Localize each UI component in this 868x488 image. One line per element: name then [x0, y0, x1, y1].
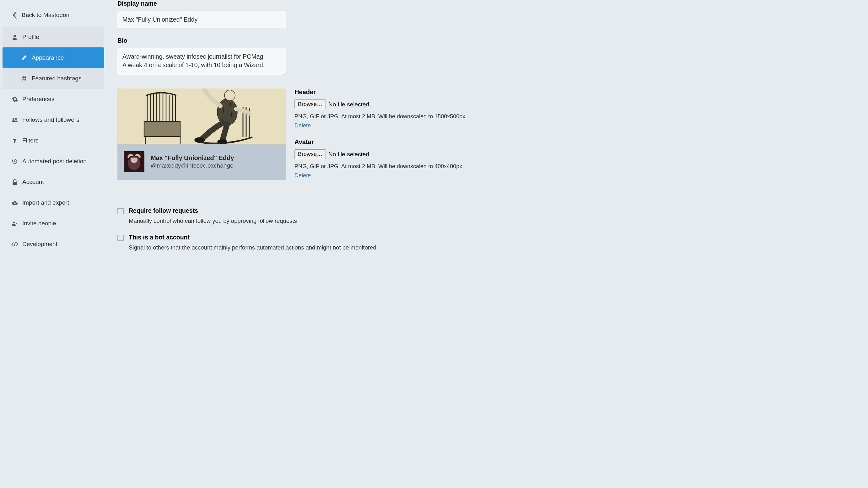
nav-development-label: Development — [22, 241, 57, 248]
preview-handle: @maxeddy@infosec.exchange — [151, 162, 234, 169]
header-image-preview — [117, 89, 286, 144]
bio-label: Bio — [117, 37, 857, 44]
bot-account-checkbox[interactable] — [117, 235, 124, 241]
nav-profile-label: Profile — [22, 34, 39, 40]
nav-preferences[interactable]: Preferences — [0, 89, 107, 109]
pencil-icon — [20, 55, 29, 61]
chevron-left-icon — [10, 11, 19, 19]
user-plus-icon — [10, 221, 19, 226]
nav-invite[interactable]: Invite people — [0, 213, 107, 234]
nav-profile-group: Profile Appearance Featured hashtags — [2, 27, 104, 89]
nav-automated[interactable]: Automated post deletion — [0, 151, 107, 172]
nav-featured-hashtags-label: Featured hashtags — [32, 75, 81, 82]
nav-import-export-label: Import and export — [22, 199, 69, 206]
nav-featured-hashtags[interactable]: Featured hashtags — [2, 68, 104, 89]
users-icon — [10, 117, 19, 123]
bio-input[interactable]: Award-winning, sweaty infosec journalist… — [117, 48, 286, 75]
header-file-status: No file selected. — [329, 101, 371, 108]
avatar-file-status: No file selected. — [329, 151, 371, 158]
nav-development[interactable]: Development — [0, 234, 107, 255]
header-browse-button[interactable]: Browse… — [294, 99, 326, 109]
header-hint: PNG, GIF or JPG. At most 2 MB. Will be d… — [294, 113, 857, 121]
header-upload-label: Header — [294, 89, 857, 96]
lock-icon — [10, 179, 19, 185]
preview-display-name: Max "Fully Unionized" Eddy — [151, 154, 234, 162]
main-content: Display name Bio Award-winning, sweaty i… — [107, 0, 868, 488]
filter-icon — [10, 138, 19, 143]
nav-profile[interactable]: Profile — [2, 27, 104, 47]
code-icon — [10, 242, 19, 246]
svg-rect-3 — [12, 182, 17, 185]
nav-account-label: Account — [22, 178, 44, 186]
settings-sidebar: Back to Mastodon Profile Appearance Feat… — [0, 0, 107, 488]
hashtag-icon — [20, 76, 29, 81]
header-delete-link[interactable]: Delete — [294, 122, 311, 129]
cloud-download-icon — [10, 200, 19, 205]
nav-automated-label: Automated post deletion — [22, 158, 87, 165]
nav-invite-label: Invite people — [22, 220, 56, 227]
svg-point-4 — [13, 222, 15, 223]
nav-back-label: Back to Mastodon — [22, 11, 69, 19]
svg-point-2 — [16, 118, 17, 120]
avatar-delete-link[interactable]: Delete — [294, 172, 311, 178]
nav-appearance-label: Appearance — [32, 54, 64, 61]
require-follow-label: Require follow requests — [129, 207, 297, 214]
bot-account-label: This is a bot account — [129, 234, 376, 241]
avatar-image-preview — [124, 151, 145, 172]
nav-filters[interactable]: Filters — [0, 130, 107, 151]
svg-point-0 — [13, 35, 16, 37]
svg-rect-6 — [144, 122, 180, 136]
history-icon — [10, 159, 19, 164]
nav-follows[interactable]: Follows and followers — [0, 109, 107, 130]
bot-account-desc: Signal to others that the account mainly… — [129, 244, 376, 251]
profile-preview-card: Max "Fully Unionized" Eddy @maxeddy@info… — [117, 89, 286, 188]
avatar-browse-button[interactable]: Browse… — [294, 150, 326, 159]
avatar-upload-label: Avatar — [294, 138, 857, 145]
nav-preferences-label: Preferences — [22, 96, 54, 103]
require-follow-desc: Manually control who can follow you by a… — [129, 218, 297, 224]
nav-back[interactable]: Back to Mastodon — [0, 6, 107, 24]
svg-point-1 — [12, 118, 14, 120]
display-name-input[interactable] — [117, 11, 286, 28]
user-icon — [10, 34, 19, 40]
nav-filters-label: Filters — [22, 137, 39, 144]
nav-account[interactable]: Account — [0, 172, 107, 192]
nav-import-export[interactable]: Import and export — [0, 192, 107, 213]
nav-follows-label: Follows and followers — [22, 117, 80, 123]
nav-appearance[interactable]: Appearance — [2, 47, 104, 68]
svg-point-9 — [195, 137, 205, 142]
gear-icon — [10, 96, 19, 102]
require-follow-checkbox[interactable] — [117, 208, 124, 214]
avatar-hint: PNG, GIF or JPG. At most 2 MB. Will be d… — [294, 163, 857, 170]
display-name-label: Display name — [117, 0, 857, 7]
svg-point-10 — [218, 139, 227, 144]
svg-point-8 — [224, 90, 235, 101]
